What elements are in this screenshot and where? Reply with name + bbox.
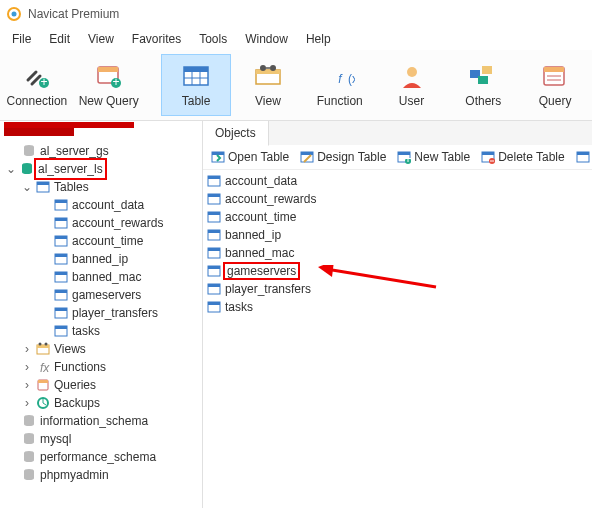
tree-table-banned_ip[interactable]: banned_ip — [2, 250, 200, 268]
query-new-icon: + — [93, 63, 125, 91]
table-leaf-icon — [52, 270, 70, 284]
svg-rect-83 — [208, 248, 220, 251]
new-table-icon: + — [397, 150, 411, 164]
svg-rect-49 — [37, 345, 49, 348]
expander-icon[interactable]: › — [20, 376, 34, 394]
tool-view[interactable]: View — [233, 54, 303, 116]
svg-point-51 — [45, 343, 48, 346]
tree-folder-tables[interactable]: ⌄ Tables — [2, 178, 200, 196]
tree-label: Backups — [52, 394, 100, 412]
tree-label: account_rewards — [70, 214, 163, 232]
svg-rect-87 — [208, 284, 220, 287]
tree-db-information_schema[interactable]: information_schema — [2, 412, 200, 430]
menu-help[interactable]: Help — [298, 30, 339, 48]
main-toolbar: + Connection + New Query Table View f(x)… — [0, 50, 592, 121]
tree-label: information_schema — [38, 412, 148, 430]
tree-label: player_transfers — [70, 304, 158, 322]
svg-text:+: + — [40, 75, 47, 89]
tree-table-gameservers[interactable]: gameservers — [2, 286, 200, 304]
list-item[interactable]: account_rewards — [207, 190, 588, 208]
list-item[interactable]: banned_ip — [207, 226, 588, 244]
menu-file[interactable]: File — [4, 30, 39, 48]
list-item[interactable]: banned_mac — [207, 244, 588, 262]
list-item[interactable]: account_data — [207, 172, 588, 190]
tool-label: Connection — [7, 94, 68, 108]
expander-icon[interactable]: › — [20, 358, 34, 376]
tree-table-banned_mac[interactable]: banned_mac — [2, 268, 200, 286]
tree-folder-backups[interactable]: ›Backups — [2, 394, 200, 412]
list-item-label: gameservers — [223, 262, 300, 280]
tool-function[interactable]: f(x) Function — [305, 54, 375, 116]
svg-point-50 — [39, 343, 42, 346]
tree-folder-functions[interactable]: ›fxFunctions — [2, 358, 200, 376]
list-item[interactable]: account_time — [207, 208, 588, 226]
svg-rect-61 — [212, 152, 224, 155]
btn-open-table[interactable]: Open Table — [207, 148, 293, 166]
expander-icon[interactable]: ⌄ — [20, 178, 34, 196]
svg-rect-81 — [208, 230, 220, 233]
btn-more[interactable] — [572, 148, 592, 166]
btn-delete-table[interactable]: Delete Table — [477, 148, 569, 166]
tool-newquery[interactable]: + New Query — [74, 54, 144, 116]
open-table-icon — [211, 150, 225, 164]
view-icon — [252, 63, 284, 91]
user-icon — [396, 63, 428, 91]
tree-table-player_transfers[interactable]: player_transfers — [2, 304, 200, 322]
svg-rect-23 — [478, 76, 488, 84]
tree-table-account_data[interactable]: account_data — [2, 196, 200, 214]
menu-window[interactable]: Window — [237, 30, 296, 48]
tree-label: Tables — [52, 178, 89, 196]
object-list: account_data account_rewards account_tim… — [203, 170, 592, 318]
menu-edit[interactable]: Edit — [41, 30, 78, 48]
svg-rect-73 — [577, 152, 589, 155]
svg-point-15 — [260, 65, 266, 71]
tree-table-account_rewards[interactable]: account_rewards — [2, 214, 200, 232]
svg-point-1 — [12, 12, 17, 17]
table-leaf-icon — [52, 288, 70, 302]
tool-query[interactable]: Query — [520, 54, 590, 116]
delete-table-icon — [481, 150, 495, 164]
tool-others[interactable]: Others — [448, 54, 518, 116]
btn-new-table[interactable]: + New Table — [393, 148, 474, 166]
tree-db-performance_schema[interactable]: performance_schema — [2, 448, 200, 466]
tree-label: banned_ip — [70, 250, 128, 268]
tree-table-account_time[interactable]: account_time — [2, 232, 200, 250]
tree-db-al_server_ls[interactable]: ⌄ al_server_ls — [2, 160, 200, 178]
menu-view[interactable]: View — [80, 30, 122, 48]
tree-folder-views[interactable]: ›Views — [2, 340, 200, 358]
expander-icon[interactable]: › — [20, 394, 34, 412]
tree-db-phpmyadmin[interactable]: phpmyadmin — [2, 466, 200, 484]
table-leaf-icon — [52, 324, 70, 338]
tree-db-mysql[interactable]: mysql — [2, 430, 200, 448]
menubar: File Edit View Favorites Tools Window He… — [0, 28, 592, 50]
btn-design-table[interactable]: Design Table — [296, 148, 390, 166]
list-item[interactable]: player_transfers — [207, 280, 588, 298]
list-item-gameservers[interactable]: gameservers — [207, 262, 588, 280]
tool-label: New Query — [79, 94, 139, 108]
svg-rect-43 — [55, 290, 67, 293]
expander-icon[interactable]: ⌄ — [4, 160, 18, 178]
expander-icon[interactable]: › — [20, 340, 34, 358]
btn-label: Delete Table — [498, 150, 565, 164]
object-pane: Objects Open Table Design Table + New Ta… — [203, 121, 592, 508]
table-leaf-icon — [207, 174, 221, 188]
tool-label: Others — [465, 94, 501, 108]
tree-label: Views — [52, 340, 86, 358]
menu-tools[interactable]: Tools — [191, 30, 235, 48]
tree-label: gameservers — [70, 286, 141, 304]
svg-text:(x): (x) — [348, 72, 355, 86]
tab-objects[interactable]: Objects — [203, 121, 269, 146]
tree-folder-queries[interactable]: ›Queries — [2, 376, 200, 394]
svg-rect-45 — [55, 308, 67, 311]
tool-user[interactable]: User — [377, 54, 447, 116]
list-item[interactable]: tasks — [207, 298, 588, 316]
svg-rect-5 — [98, 67, 118, 72]
svg-text:f: f — [338, 72, 343, 86]
tree-table-tasks[interactable]: tasks — [2, 322, 200, 340]
tool-connection[interactable]: + Connection — [2, 54, 72, 116]
btn-label: New Table — [414, 150, 470, 164]
tool-table[interactable]: Table — [161, 54, 231, 116]
views-folder-icon — [34, 342, 52, 356]
tool-label: Table — [182, 94, 211, 108]
menu-favorites[interactable]: Favorites — [124, 30, 189, 48]
